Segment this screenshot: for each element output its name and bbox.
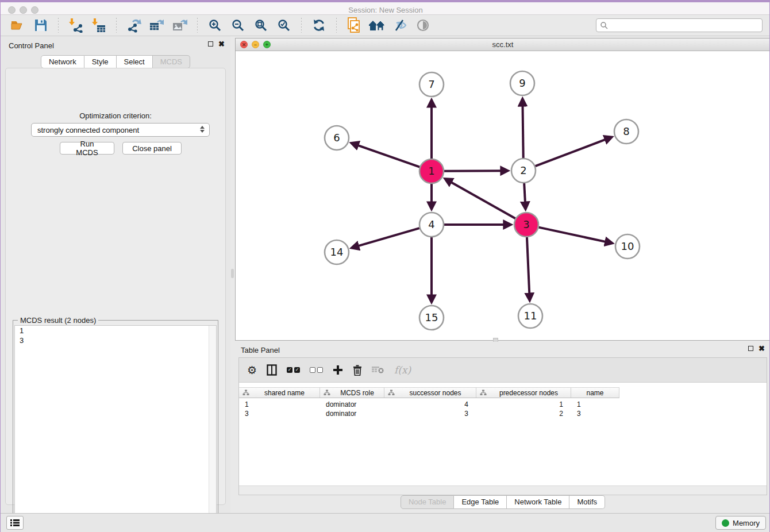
result-item[interactable]: 3: [15, 336, 216, 345]
delete-table-icon[interactable]: [372, 363, 384, 377]
close-table-panel-icon[interactable]: ✖: [759, 346, 765, 351]
search-field: [596, 18, 763, 32]
zoom-fit-icon[interactable]: [252, 17, 270, 33]
delete-icon[interactable]: [353, 363, 362, 377]
application-window: Session: New Session: [0, 0, 770, 532]
titlebar: Session: New Session: [1, 0, 770, 15]
vertical-splitter[interactable]: [230, 36, 235, 513]
network-canvas[interactable]: 1234678910111415: [236, 51, 770, 340]
table-panel-title: Table Panel: [241, 346, 280, 354]
tab-motifs[interactable]: Motifs: [569, 495, 605, 509]
task-history-button[interactable]: [6, 516, 24, 530]
add-column-icon[interactable]: [333, 363, 343, 377]
table-row[interactable]: 1dominator411: [239, 400, 619, 409]
float-table-panel-icon[interactable]: [748, 346, 753, 351]
network-view-frame: ✕ − + scc.txt 1234678910111415: [235, 38, 770, 341]
mcds-result-list[interactable]: 13: [14, 325, 217, 530]
float-panel-icon[interactable]: [208, 41, 213, 47]
select-all-icon[interactable]: ✓✓: [287, 363, 300, 377]
control-panel-tabs: NetworkStyleSelectMCDS: [1, 55, 230, 68]
tab-node-table[interactable]: Node Table: [401, 495, 455, 509]
table-panel-tabs: Node TableEdge TableNetwork TableMotifs: [235, 495, 770, 509]
table-cell[interactable]: 2: [476, 409, 571, 418]
table-cell[interactable]: 4: [384, 400, 476, 409]
table-cell[interactable]: 3: [571, 409, 619, 418]
close-panel-button[interactable]: Close panel: [122, 142, 182, 155]
open-session-icon[interactable]: [9, 17, 26, 33]
export-table-icon[interactable]: [148, 17, 165, 33]
graph-node-label: 6: [333, 132, 340, 144]
search-icon: [600, 21, 608, 32]
hide-selected-icon[interactable]: [391, 17, 409, 33]
graph-edge-4-14[interactable]: [352, 228, 419, 248]
close-panel-icon[interactable]: ✖: [218, 41, 225, 47]
dropdown-arrows-icon: [200, 126, 205, 133]
graph-node-label: 9: [519, 77, 525, 89]
tab-network-table[interactable]: Network Table: [507, 495, 569, 509]
table-cell[interactable]: 1: [571, 400, 619, 409]
table-cell[interactable]: 3: [239, 409, 320, 418]
column-header-name[interactable]: name: [571, 388, 619, 398]
toolbar-separator: [301, 18, 302, 33]
refresh-icon[interactable]: [310, 17, 328, 33]
tab-style[interactable]: Style: [84, 55, 117, 68]
columns-icon[interactable]: [267, 363, 277, 377]
column-header-shared-name[interactable]: shared name: [239, 388, 320, 398]
memory-button[interactable]: Memory: [715, 516, 766, 530]
run-mcds-button[interactable]: Run MCDS: [60, 142, 114, 155]
tab-mcds[interactable]: MCDS: [153, 55, 190, 68]
import-network-icon[interactable]: [67, 17, 84, 33]
tab-select[interactable]: Select: [117, 55, 153, 68]
column-header-predecessor-nodes[interactable]: predecessor nodes: [476, 388, 571, 398]
mcds-panel: Optimization criterion: strongly connect…: [5, 68, 226, 505]
toolbar-separator: [336, 18, 337, 33]
graph-edge-3-11[interactable]: [527, 237, 530, 300]
memory-status-icon: [722, 519, 729, 527]
home-icon[interactable]: [368, 17, 386, 33]
new-network-from-selection-icon[interactable]: [345, 17, 363, 33]
save-session-icon[interactable]: [32, 17, 49, 33]
optimization-criterion-dropdown[interactable]: strongly connected component: [31, 123, 210, 137]
table-panel: Table Panel ✖ ⚙ ✓✓: [235, 342, 770, 509]
graph-edge-2-3[interactable]: [524, 183, 525, 209]
table-horizontal-scrollbar[interactable]: [239, 485, 767, 495]
table-header-row: shared nameMCDS rolesuccessor nodesprede…: [239, 387, 619, 398]
dropdown-value: strongly connected component: [37, 126, 139, 134]
table-cell[interactable]: dominator: [320, 409, 384, 418]
table-row[interactable]: 3dominator323: [239, 409, 619, 418]
graph-edge-2-9[interactable]: [522, 99, 523, 158]
graph-edge-1-2[interactable]: [444, 171, 507, 171]
graph-node-label: 10: [621, 240, 634, 252]
search-input[interactable]: [596, 18, 763, 32]
result-item[interactable]: 1: [15, 326, 216, 336]
show-selected-icon[interactable]: [414, 17, 432, 33]
toolbar-separator: [116, 18, 117, 33]
import-table-icon[interactable]: [90, 17, 107, 33]
table-toolbar: ⚙ ✓✓ f(x): [239, 358, 767, 383]
column-header-successor-nodes[interactable]: successor nodes: [384, 388, 476, 398]
status-bar: Memory: [1, 513, 770, 532]
graph-edge-1-6[interactable]: [352, 143, 419, 167]
graph-edge-3-1[interactable]: [445, 179, 515, 218]
graph-edge-3-10[interactable]: [539, 228, 612, 243]
tab-edge-table[interactable]: Edge Table: [454, 495, 507, 509]
zoom-in-icon[interactable]: [206, 17, 224, 33]
tab-network[interactable]: Network: [41, 55, 84, 68]
gear-icon[interactable]: ⚙: [247, 363, 257, 377]
network-frame-titlebar[interactable]: ✕ − + scc.txt: [236, 38, 770, 51]
export-network-icon[interactable]: [125, 17, 143, 33]
zoom-selected-icon[interactable]: [275, 17, 292, 33]
table-cell[interactable]: 1: [476, 400, 571, 409]
result-scrollbar[interactable]: [209, 326, 216, 529]
export-image-icon[interactable]: [171, 17, 188, 33]
graph-edge-2-8[interactable]: [536, 137, 611, 166]
column-header-mcds-role[interactable]: MCDS role: [320, 388, 384, 398]
table-cell[interactable]: dominator: [320, 400, 384, 409]
function-builder-icon[interactable]: f(x): [394, 363, 411, 377]
table-cell[interactable]: 3: [384, 409, 476, 418]
deselect-all-icon[interactable]: [310, 363, 323, 377]
table-cell[interactable]: 1: [239, 400, 320, 409]
network-frame-title: scc.txt: [236, 40, 770, 49]
graph-node-label: 4: [428, 218, 434, 230]
zoom-out-icon[interactable]: [229, 17, 247, 33]
